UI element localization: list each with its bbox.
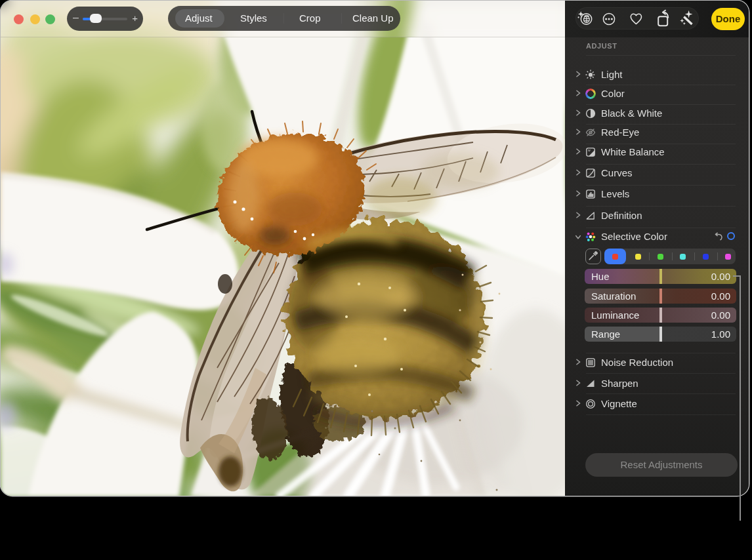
svg-text:w: w <box>588 148 591 152</box>
